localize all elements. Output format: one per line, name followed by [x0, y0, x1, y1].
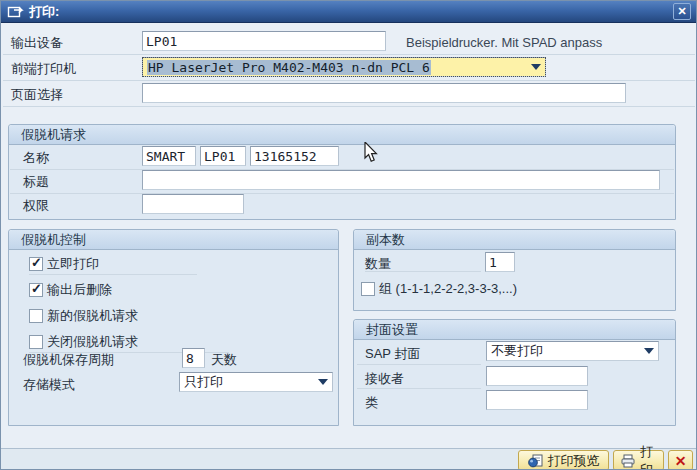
mouse-cursor: [364, 142, 379, 163]
titlebar: 打印:: [1, 1, 697, 23]
storage-mode-value: 只打印: [184, 373, 223, 391]
print-button[interactable]: 打印: [613, 450, 664, 470]
chevron-down-icon[interactable]: [531, 64, 541, 70]
print-immediately-checkbox[interactable]: 立即打印: [29, 255, 99, 273]
checkbox-box[interactable]: [361, 282, 375, 296]
spool-control-group-title: 假脱机控制: [9, 230, 338, 250]
page-selection-input[interactable]: [142, 83, 626, 103]
spool-name-part1-input[interactable]: [142, 146, 196, 166]
print-preview-button[interactable]: 打印预览: [518, 450, 609, 470]
checkbox-label: 组 (1-1-1,2-2-2,3-3-3,...): [379, 280, 517, 298]
printer-icon: [620, 454, 636, 468]
storage-mode-label: 存储模式: [23, 376, 75, 394]
new-spool-request-checkbox[interactable]: 新的假脱机请求: [29, 307, 138, 325]
retention-input[interactable]: [182, 348, 205, 368]
group-copies-checkbox[interactable]: 组 (1-1-1,2-2-2,3-3-3,...): [361, 280, 517, 298]
spool-name-part3-input[interactable]: [250, 146, 339, 166]
print-label: 打印: [640, 443, 657, 470]
storage-mode-dropdown[interactable]: 只打印: [179, 372, 333, 392]
divider: [10, 193, 674, 194]
cancel-button[interactable]: ✕: [668, 450, 693, 470]
checkbox-label: 输出后删除: [47, 281, 112, 299]
quantity-input[interactable]: [485, 252, 515, 272]
dialog-title: 打印:: [29, 3, 59, 21]
print-preview-icon: [528, 454, 544, 468]
recipient-label: 接收者: [365, 370, 404, 388]
divider: [357, 364, 481, 365]
dialog-window-icon: [7, 4, 24, 19]
group-title-text: 副本数: [366, 231, 405, 249]
page-selection-label: 页面选择: [11, 86, 63, 104]
authorization-label: 权限: [23, 197, 49, 215]
department-input[interactable]: [486, 390, 588, 410]
cover-settings-group-title: 封面设置: [354, 320, 675, 340]
output-device-note: Beispieldrucker. Mit SPAD anpass: [406, 35, 602, 50]
output-device-label: 输出设备: [11, 34, 63, 52]
output-device-input[interactable]: [142, 31, 386, 51]
authorization-input[interactable]: [142, 194, 244, 214]
retention-unit: 天数: [211, 351, 237, 369]
sap-cover-value: 不要打印: [491, 342, 543, 360]
spool-name-label: 名称: [23, 149, 49, 167]
department-label: 类: [365, 394, 378, 412]
checkbox-box[interactable]: [29, 257, 43, 271]
group-title-text: 假脱机请求: [21, 126, 86, 144]
spool-title-label: 标题: [23, 173, 49, 191]
spool-request-group-title: 假脱机请求: [9, 125, 675, 145]
checkbox-box[interactable]: [29, 335, 43, 349]
divider: [357, 388, 481, 389]
chevron-down-icon[interactable]: [318, 379, 328, 385]
checkbox-box[interactable]: [29, 283, 43, 297]
divider: [3, 80, 695, 81]
delete-after-output-checkbox[interactable]: 输出后删除: [29, 281, 112, 299]
chevron-down-icon[interactable]: [644, 348, 654, 354]
group-title-text: 假脱机控制: [21, 231, 86, 249]
close-icon[interactable]: ✕: [673, 3, 691, 20]
divider: [3, 106, 695, 107]
frontend-printer-label: 前端打印机: [11, 60, 76, 78]
divider: [29, 274, 197, 275]
spool-name-part2-input[interactable]: [200, 146, 246, 166]
checkbox-label: 立即打印: [47, 255, 99, 273]
checkbox-box[interactable]: [29, 309, 43, 323]
close-spool-request-checkbox[interactable]: 关闭假脱机请求: [29, 333, 138, 351]
divider: [365, 271, 481, 272]
frontend-printer-dropdown[interactable]: HP LaserJet Pro M402-M403 n-dn PCL 6: [142, 57, 546, 77]
print-preview-label: 打印预览: [548, 452, 600, 470]
sap-cover-label: SAP 封面: [365, 345, 420, 363]
group-title-text: 封面设置: [366, 321, 418, 339]
copies-group-title: 副本数: [354, 230, 675, 250]
checkbox-label: 关闭假脱机请求: [47, 333, 138, 351]
spool-title-input[interactable]: [142, 170, 660, 190]
sap-cover-dropdown[interactable]: 不要打印: [486, 341, 659, 361]
frontend-printer-value: HP LaserJet Pro M402-M403 n-dn PCL 6: [147, 60, 431, 75]
recipient-input[interactable]: [486, 366, 588, 386]
checkbox-label: 新的假脱机请求: [47, 307, 138, 325]
cancel-x-icon: ✕: [675, 453, 687, 469]
print-dialog: 打印: ✕ 输出设备 Beispieldrucker. Mit SPAD anp…: [0, 0, 697, 470]
retention-label: 假脱机保存周期: [23, 351, 114, 369]
divider: [3, 54, 695, 55]
